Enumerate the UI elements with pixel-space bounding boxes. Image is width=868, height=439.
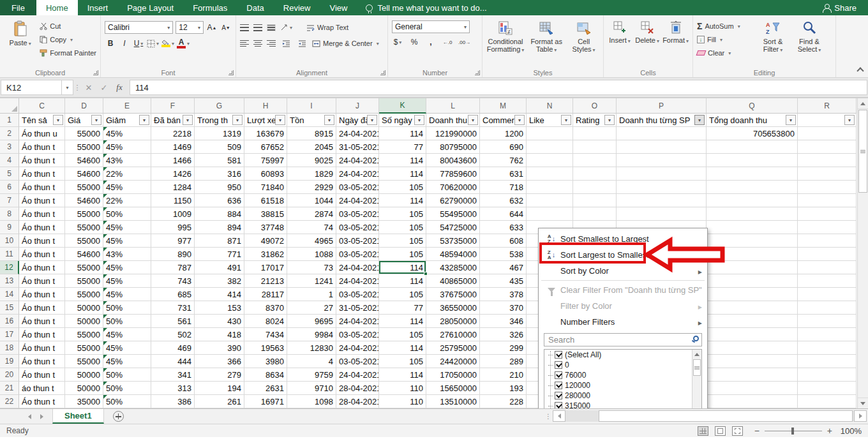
cell-G2[interactable]: 1319 (195, 127, 244, 140)
cell-M8[interactable]: 644 (480, 207, 527, 221)
cell-N2[interactable] (527, 127, 573, 140)
cell-O6[interactable] (573, 181, 617, 194)
column-header-Q[interactable]: Q (707, 98, 798, 114)
cell-M4[interactable]: 762 (480, 154, 527, 167)
cell-K19[interactable]: 105 (379, 355, 426, 368)
row-header-18[interactable]: 18 (0, 341, 19, 355)
cell-J8[interactable]: 03-05-2021 (336, 207, 379, 221)
filter-button-M[interactable] (514, 115, 525, 125)
cell-C7[interactable]: Áo thun t (19, 194, 65, 207)
cell-I21[interactable]: 9710 (287, 382, 336, 395)
cell-H7[interactable]: 61518 (244, 194, 287, 207)
cell-F14[interactable]: 685 (151, 288, 195, 301)
cell-M11[interactable]: 538 (480, 248, 527, 261)
cell-E21[interactable]: 50% (103, 382, 151, 395)
cell-Q9[interactable] (707, 221, 798, 234)
cell-M21[interactable]: 193 (480, 382, 527, 395)
cut-button[interactable]: Cut (40, 20, 96, 32)
tab-split-handle[interactable]: ⋮ (544, 409, 553, 424)
cell-J2[interactable]: 24-04-2021 (336, 127, 379, 140)
formula-input[interactable]: 114 (130, 80, 867, 95)
cell-C10[interactable]: Áo thun t (19, 234, 65, 248)
column-header-E[interactable]: E (103, 98, 151, 114)
increase-font-button[interactable]: A▲ (206, 22, 218, 33)
cell-D15[interactable]: 50000 (65, 301, 103, 315)
cell-Q16[interactable] (707, 315, 798, 328)
cell-M14[interactable]: 378 (480, 288, 527, 301)
cell-L6[interactable]: 70620000 (426, 181, 480, 194)
cell-I9[interactable]: 74 (287, 221, 336, 234)
cell-R16[interactable] (798, 315, 857, 328)
cell-C9[interactable]: Áo thun t (19, 221, 65, 234)
orientation-button[interactable] (280, 22, 292, 33)
cell-M5[interactable]: 631 (480, 167, 527, 181)
cell-G8[interactable]: 884 (195, 207, 244, 221)
row-header-20[interactable]: 20 (0, 368, 19, 382)
font-size-combo[interactable]: 12 (176, 21, 204, 34)
filter-list-scrollbar[interactable] (692, 350, 701, 408)
cell-L13[interactable]: 40865000 (426, 274, 480, 288)
insert-cells-button[interactable]: Insert (608, 18, 632, 67)
menu-item-number-filters[interactable]: Number Filters (539, 314, 707, 330)
cell-C11[interactable]: Áo thun t (19, 248, 65, 261)
scroll-up-arrow[interactable] (858, 98, 868, 109)
collapse-ribbon-button[interactable] (857, 67, 864, 74)
column-header-R[interactable]: R (798, 98, 857, 114)
cell-Q22[interactable] (707, 395, 798, 408)
cell-I14[interactable]: 1 (287, 288, 336, 301)
cell-O8[interactable] (573, 207, 617, 221)
cell-L10[interactable]: 53735000 (426, 234, 480, 248)
clipboard-dialog-launcher[interactable] (93, 70, 98, 75)
cell-I12[interactable]: 73 (287, 261, 336, 274)
cell-Q3[interactable] (707, 140, 798, 154)
cell-R7[interactable] (798, 194, 857, 207)
filter-button-J[interactable] (367, 115, 377, 125)
zoom-out-button[interactable]: − (754, 428, 760, 434)
cell-O4[interactable] (573, 154, 617, 167)
cell-H21[interactable]: 2631 (244, 382, 287, 395)
cell-O2[interactable] (573, 127, 617, 140)
row-header-6[interactable]: 6 (0, 181, 19, 194)
scroll-right-arrow[interactable] (854, 410, 867, 422)
cell-G10[interactable]: 871 (195, 234, 244, 248)
next-sheet-arrow[interactable] (40, 414, 43, 419)
cell-I22[interactable]: 1098 (287, 395, 336, 408)
filter-button-N[interactable] (561, 115, 571, 125)
cell-F17[interactable]: 502 (151, 328, 195, 341)
cell-I13[interactable]: 1241 (287, 274, 336, 288)
cell-G9[interactable]: 894 (195, 221, 244, 234)
cell-Q15[interactable] (707, 301, 798, 315)
cell-L15[interactable]: 36550000 (426, 301, 480, 315)
cell-R8[interactable] (798, 207, 857, 221)
cell-P3[interactable] (617, 140, 707, 154)
cell-M15[interactable]: 370 (480, 301, 527, 315)
tab-formulas[interactable]: Formulas (183, 0, 237, 15)
cell-H11[interactable]: 31862 (244, 248, 287, 261)
cell-D2[interactable]: 55000 (65, 127, 103, 140)
row-header-11[interactable]: 11 (0, 248, 19, 261)
cell-E10[interactable]: 45% (103, 234, 151, 248)
enter-entry-button[interactable]: ✓ (96, 80, 112, 95)
name-box[interactable]: K12 (1, 80, 62, 95)
wrap-text-button[interactable]: Wrap Text (306, 22, 348, 33)
column-header-D[interactable]: D (65, 98, 103, 114)
clear-button[interactable]: Clear (697, 47, 753, 59)
row-header-7[interactable]: 7 (0, 194, 19, 207)
cell-J3[interactable]: 31-05-2021 (336, 140, 379, 154)
cell-M20[interactable]: 210 (480, 368, 527, 382)
cell-E6[interactable]: 45% (103, 181, 151, 194)
cell-G22[interactable]: 261 (195, 395, 244, 408)
cell-N4[interactable] (527, 154, 573, 167)
cell-K11[interactable]: 105 (379, 248, 426, 261)
column-header-C[interactable]: C (19, 98, 65, 114)
sort-filter-button[interactable]: AZ Sort & Filter (756, 18, 789, 67)
row-header-22[interactable]: 22 (0, 395, 19, 408)
cell-M7[interactable]: 632 (480, 194, 527, 207)
filter-value-280000[interactable]: 280000 (547, 391, 701, 401)
cell-M3[interactable]: 690 (480, 140, 527, 154)
cell-K12[interactable]: 114 (379, 261, 426, 274)
bold-button[interactable]: B (105, 38, 116, 49)
cell-H3[interactable]: 67652 (244, 140, 287, 154)
cell-K8[interactable]: 105 (379, 207, 426, 221)
filter-button-F[interactable] (183, 115, 193, 125)
